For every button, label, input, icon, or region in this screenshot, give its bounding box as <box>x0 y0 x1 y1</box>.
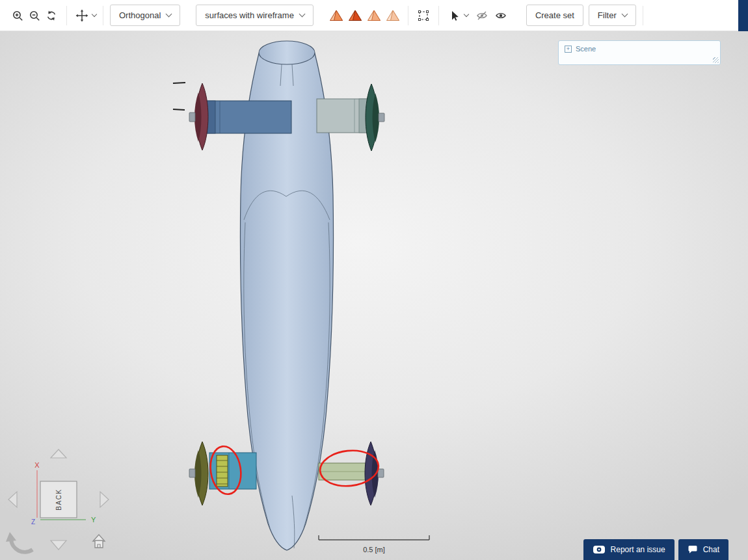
toolbar-separator <box>66 6 67 25</box>
tetra-edge-icon[interactable] <box>366 7 382 24</box>
spinner-hub-front-left[interactable] <box>189 113 195 122</box>
scene-tree-label: Scene <box>576 45 596 53</box>
chat-bubble-icon <box>688 545 698 554</box>
scale-bar: 0.5 [m] <box>319 535 429 553</box>
viewer-window: Orthogonal surfaces with wireframe <box>0 0 748 560</box>
tetra-node-icon[interactable] <box>384 7 401 24</box>
report-issue-button[interactable]: Report an issue <box>583 539 675 560</box>
scene-tree-panel: + Scene <box>558 40 721 65</box>
axis-z-label: Z <box>31 518 35 526</box>
toolbar-separator <box>408 6 408 25</box>
pan-tool-group[interactable] <box>73 7 96 24</box>
chat-button[interactable]: Chat <box>678 539 728 560</box>
hide-eye-icon[interactable] <box>474 7 490 24</box>
nav-cube-back-face[interactable]: BACK <box>40 481 77 518</box>
nav-up-arrow[interactable] <box>51 449 66 458</box>
render-mode-dropdown[interactable]: surfaces with wireframe <box>196 5 314 26</box>
nav-cube-label: BACK <box>55 488 62 510</box>
chevron-down-icon <box>166 11 172 18</box>
projection-dropdown-label: Orthogonal <box>119 10 161 20</box>
axis-x-label: X <box>34 461 40 469</box>
annotation-dashes <box>173 83 185 110</box>
panel-resize-handle[interactable] <box>713 57 719 63</box>
toolbar-separator <box>103 6 103 25</box>
nav-widget: X Y Z BACK <box>6 449 109 552</box>
spinner-hub-rear-left[interactable] <box>189 469 195 477</box>
striped-block[interactable] <box>217 455 228 487</box>
filter-dropdown[interactable]: Filter <box>589 5 636 26</box>
tetra-volume-icon[interactable] <box>328 7 345 24</box>
scene-tree-root[interactable]: + Scene <box>559 41 720 57</box>
zoom-out-icon[interactable] <box>26 7 43 24</box>
spinner-hub-rear-right[interactable] <box>378 469 384 477</box>
pylon-front-left[interactable] <box>207 101 291 133</box>
create-set-button[interactable]: Create set <box>526 5 583 26</box>
home-view-icon[interactable] <box>93 535 105 548</box>
rotate-view-icon[interactable] <box>6 532 33 552</box>
nose-cap[interactable] <box>259 41 315 64</box>
nav-right-arrow[interactable] <box>100 492 109 507</box>
select-tool-group[interactable] <box>446 7 468 24</box>
box-select-icon[interactable] <box>415 7 432 24</box>
viewer-toolbar: Orthogonal surfaces with wireframe <box>0 0 748 31</box>
nav-down-arrow[interactable] <box>51 540 66 550</box>
filter-dropdown-label: Filter <box>598 10 617 20</box>
nav-left-arrow[interactable] <box>8 492 17 507</box>
model-canvas[interactable]: X Y Z BACK <box>0 31 748 560</box>
pan-move-icon[interactable] <box>73 7 90 24</box>
chevron-down-icon <box>621 11 628 18</box>
engine-pod-rear-left[interactable] <box>189 442 256 505</box>
projection-dropdown[interactable]: Orthogonal <box>110 5 180 26</box>
toolbar-separator <box>438 6 439 25</box>
chevron-down-icon <box>464 11 469 16</box>
tetra-face-icon[interactable] <box>347 7 364 24</box>
entity-filter-group <box>328 7 401 24</box>
screenshot-eye-icon <box>593 545 606 554</box>
expand-icon[interactable]: + <box>565 46 572 53</box>
scale-bar-label: 0.5 [m] <box>363 546 385 553</box>
chevron-down-icon <box>92 11 97 16</box>
refresh-view-icon[interactable] <box>43 7 60 24</box>
create-set-label: Create set <box>535 10 574 20</box>
chevron-down-icon <box>299 11 305 18</box>
show-eye-icon[interactable] <box>492 7 509 24</box>
report-issue-label: Report an issue <box>611 545 665 554</box>
render-mode-dropdown-label: surfaces with wireframe <box>205 10 294 20</box>
spinner-hub-front-right[interactable] <box>379 113 384 122</box>
header-edge-strip <box>738 0 748 31</box>
toolbar-separator <box>643 6 643 25</box>
cursor-pointer-icon[interactable] <box>446 7 462 24</box>
chat-label: Chat <box>703 545 719 554</box>
footer-buttons: Report an issue Chat <box>583 539 728 560</box>
axis-y-label: Y <box>91 516 96 524</box>
zoom-in-icon[interactable] <box>9 7 26 24</box>
viewport-3d[interactable]: X Y Z BACK <box>0 31 748 560</box>
